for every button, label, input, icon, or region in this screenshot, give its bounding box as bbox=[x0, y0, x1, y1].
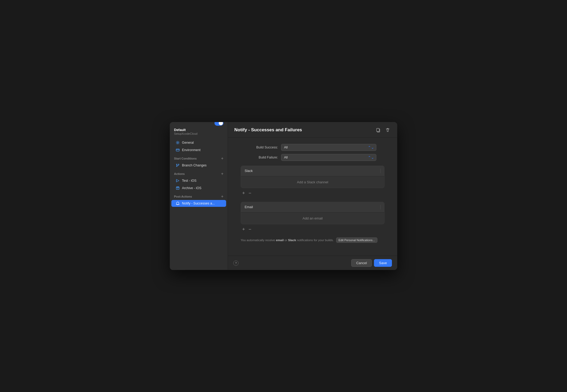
email-title: Email bbox=[245, 205, 253, 209]
build-success-select[interactable]: All Never Only First Success Only After … bbox=[281, 144, 376, 151]
email-section-body: Add an email bbox=[241, 212, 384, 224]
environment-label: Environment bbox=[182, 148, 200, 152]
build-failure-select[interactable]: All Never Only First Failure bbox=[281, 154, 376, 161]
footer-note: You automatically receive email or Slack… bbox=[241, 237, 385, 243]
sidebar-item-branch-changes[interactable]: Branch Changes bbox=[171, 162, 226, 169]
help-button[interactable]: ? bbox=[233, 260, 239, 266]
add-post-action-button[interactable]: + bbox=[221, 194, 223, 199]
post-actions-header: Post-Actions + bbox=[170, 192, 228, 200]
environment-icon bbox=[176, 148, 180, 152]
window-body: Default SetupXcodeCloud General bbox=[170, 122, 397, 270]
main-content: Notify - Successes and Failures bbox=[228, 122, 397, 270]
email-remove-button[interactable]: − bbox=[247, 226, 253, 232]
sidebar-item-archive-ios[interactable]: Archive - iOS bbox=[171, 185, 226, 192]
sidebar-item-notify[interactable]: Notify - Successes a... bbox=[171, 200, 226, 207]
build-success-select-wrapper: All Never Only First Success Only After … bbox=[281, 144, 376, 151]
footer-note-suffix: notifications for your builds. bbox=[296, 239, 334, 242]
project-name: Default bbox=[174, 128, 223, 132]
add-action-button[interactable]: + bbox=[221, 172, 223, 176]
start-conditions-header: Start Conditions + bbox=[170, 154, 228, 162]
add-slack-channel-row[interactable]: Add a Slack channel bbox=[241, 176, 384, 188]
slack-section: Slack Add a Slack channel bbox=[241, 166, 385, 188]
test-ios-label: Test - iOS bbox=[182, 179, 196, 183]
build-failure-label: Build Failure: bbox=[249, 156, 278, 159]
svg-point-0 bbox=[177, 142, 179, 143]
notify-icon bbox=[176, 201, 180, 206]
duplicate-button[interactable] bbox=[375, 127, 381, 133]
build-success-label: Build Success: bbox=[249, 146, 278, 149]
footer-note-prefix: You automatically receive bbox=[241, 239, 276, 242]
svg-rect-9 bbox=[377, 128, 379, 132]
main-body: Build Success: All Never Only First Succ… bbox=[228, 138, 397, 256]
sidebar-header: Default SetupXcodeCloud bbox=[170, 126, 228, 139]
slack-controls: + − bbox=[241, 188, 385, 197]
slack-divider bbox=[380, 169, 381, 173]
build-failure-row: Build Failure: All Never Only First Fail… bbox=[241, 154, 385, 161]
svg-rect-1 bbox=[176, 149, 179, 151]
bottom-actions: Cancel Save bbox=[351, 259, 392, 267]
actions-header: Actions + bbox=[170, 169, 228, 177]
slack-section-body: Add a Slack channel bbox=[241, 176, 384, 188]
add-email-row[interactable]: Add an email bbox=[241, 212, 384, 224]
bottom-bar: ? Cancel Save bbox=[228, 256, 397, 270]
email-section: Email Add an email bbox=[241, 202, 385, 224]
slack-section-header: Slack bbox=[241, 166, 384, 176]
email-controls: + − bbox=[241, 224, 385, 233]
start-conditions-label: Start Conditions bbox=[174, 157, 197, 160]
slack-title: Slack bbox=[245, 169, 253, 173]
branch-icon bbox=[176, 163, 180, 167]
add-start-condition-button[interactable]: + bbox=[221, 156, 223, 161]
svg-point-3 bbox=[176, 166, 177, 167]
project-subtitle: SetupXcodeCloud bbox=[174, 132, 223, 135]
add-email-label: Add an email bbox=[303, 216, 323, 220]
test-icon bbox=[176, 179, 180, 183]
sidebar-item-environment[interactable]: Environment bbox=[171, 147, 226, 153]
post-actions-label: Post-Actions bbox=[174, 195, 192, 198]
edit-notifications-button[interactable]: Edit Personal Notifications... bbox=[336, 237, 377, 243]
build-failure-select-wrapper: All Never Only First Failure ⌃⌄ bbox=[281, 154, 376, 161]
main-window: Default SetupXcodeCloud General bbox=[170, 122, 397, 270]
email-add-button[interactable]: + bbox=[241, 226, 246, 232]
slack-remove-button[interactable]: − bbox=[247, 190, 253, 196]
svg-point-6 bbox=[176, 180, 177, 181]
notify-label: Notify - Successes a... bbox=[182, 202, 215, 205]
sidebar-item-general[interactable]: General bbox=[171, 139, 226, 146]
footer-note-slack: Slack bbox=[288, 239, 296, 242]
general-label: General bbox=[182, 141, 194, 144]
archive-icon bbox=[176, 186, 180, 190]
add-slack-channel-label: Add a Slack channel bbox=[297, 180, 328, 184]
sidebar: Default SetupXcodeCloud General bbox=[170, 122, 228, 270]
delete-button[interactable] bbox=[385, 127, 391, 133]
email-divider bbox=[380, 205, 381, 209]
email-section-header: Email bbox=[241, 202, 384, 212]
page-title: Notify - Successes and Failures bbox=[234, 127, 302, 133]
sidebar-item-test-ios[interactable]: Test - iOS bbox=[171, 177, 226, 184]
cancel-button[interactable]: Cancel bbox=[351, 259, 372, 267]
header-icons bbox=[375, 127, 391, 133]
actions-label: Actions bbox=[174, 172, 185, 175]
slack-add-button[interactable]: + bbox=[241, 190, 246, 196]
footer-note-email: email bbox=[276, 239, 284, 242]
project-toggle[interactable] bbox=[214, 122, 223, 126]
archive-ios-label: Archive - iOS bbox=[182, 186, 202, 190]
main-header: Notify - Successes and Failures bbox=[228, 122, 397, 138]
build-success-row: Build Success: All Never Only First Succ… bbox=[241, 144, 385, 151]
footer-note-or: or bbox=[284, 239, 288, 242]
gear-icon bbox=[176, 141, 180, 145]
branch-changes-label: Branch Changes bbox=[182, 164, 207, 167]
save-button[interactable]: Save bbox=[374, 259, 392, 267]
